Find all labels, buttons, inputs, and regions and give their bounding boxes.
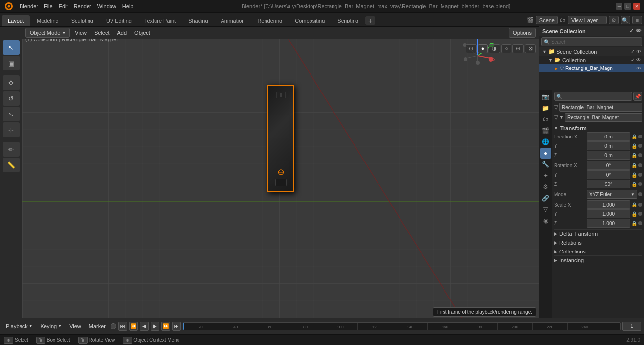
outliner-search[interactable]: 🔍 Search [539, 36, 644, 47]
menu-file[interactable]: File [41, 2, 56, 10]
location-y-lock-icon[interactable]: 🔒 [631, 143, 637, 149]
delta-transform-section[interactable]: ▶ Delta Transform [554, 229, 642, 238]
xray-toggle-button[interactable]: ⊠ [525, 44, 536, 53]
menu-render[interactable]: Render [71, 2, 94, 10]
3d-object-rectangle-bar-magnet[interactable] [267, 85, 294, 192]
workspace-tab-rendering[interactable]: Rendering [251, 15, 288, 26]
rotation-mode-select[interactable]: XYZ Euler ▼ [587, 190, 637, 199]
transform-tool-button[interactable]: ⊹ [3, 122, 20, 137]
scene-collection-eye-icon[interactable]: 👁 [636, 49, 641, 54]
timeline-marker-button[interactable]: Marker [86, 323, 109, 330]
keying-menu-button[interactable]: Keying ▼ [38, 323, 65, 330]
viewlayer-properties-icon[interactable]: 🗂 [540, 114, 551, 125]
menu-edit[interactable]: Edit [56, 2, 71, 10]
scene-select[interactable]: Scene [536, 16, 558, 24]
object-menu-button[interactable]: Object [132, 28, 153, 38]
output-properties-icon[interactable]: 📁 [540, 103, 551, 114]
object-properties-icon[interactable]: ● [540, 148, 551, 159]
menu-window[interactable]: Window [94, 2, 119, 10]
box-select-button[interactable]: ▣ [3, 56, 20, 70]
view-menu-button[interactable]: View [72, 28, 89, 38]
viewport[interactable]: User Perspective (1) Collection | Rectan… [22, 26, 539, 318]
move-tool-button[interactable]: ✥ [3, 75, 20, 90]
outliner-item-collection[interactable]: ▼ 📂 Collection ✓ 👁 [539, 56, 644, 64]
data-properties-icon[interactable]: ▽ [540, 204, 551, 215]
rotation-y-dot-icon[interactable] [638, 173, 642, 177]
select-menu-button[interactable]: Select [91, 28, 112, 38]
jump-start-button[interactable]: ⏮ [118, 322, 127, 331]
current-frame-field[interactable]: 1 [622, 322, 641, 331]
scene-collection-check-icon[interactable]: ✓ [631, 49, 635, 54]
render-properties-icon[interactable]: 📷 [540, 92, 551, 102]
location-y-field[interactable]: 0 m [587, 141, 630, 150]
wireframe-mode-button[interactable]: ⊙ [466, 44, 477, 53]
scale-x-lock-icon[interactable]: 🔒 [631, 202, 637, 207]
keyframe-dot-button[interactable] [111, 323, 116, 329]
jump-end-button[interactable]: ⏭ [172, 322, 181, 331]
world-properties-icon[interactable]: 🌐 [540, 137, 551, 147]
transform-section-header[interactable]: ▼ Transform [554, 124, 642, 132]
mode-dot-icon[interactable] [638, 192, 642, 196]
object-eye-icon[interactable]: 👁 [636, 66, 641, 71]
rotation-z-dot-icon[interactable] [638, 182, 642, 186]
location-x-dot-icon[interactable] [638, 135, 642, 138]
current-frame-indicator[interactable] [183, 323, 184, 330]
menu-help[interactable]: Help [119, 2, 136, 10]
scale-y-lock-icon[interactable]: 🔒 [631, 211, 637, 217]
workspace-tab-compositing[interactable]: Compositing [289, 15, 331, 26]
instancing-section[interactable]: ▶ Instancing [554, 255, 642, 264]
collection-eye-icon[interactable]: 👁 [636, 57, 641, 63]
collection-check-icon[interactable]: ✓ [631, 57, 635, 63]
rotation-z-lock-icon[interactable]: 🔒 [631, 182, 637, 187]
add-menu-button[interactable]: Add [114, 28, 130, 38]
rotation-x-field[interactable]: 0° [587, 161, 630, 170]
jump-prev-button[interactable]: ⏪ [129, 322, 138, 331]
location-z-field[interactable]: 0 m [587, 151, 630, 160]
workspace-tab-layout[interactable]: Layout [2, 15, 30, 26]
workspace-tab-sculpting[interactable]: Sculpting [66, 15, 99, 26]
viewlayer-select[interactable]: View Layer [568, 16, 607, 24]
location-x-field[interactable]: 0 m [587, 132, 630, 141]
scale-z-lock-icon[interactable]: 🔒 [631, 221, 637, 226]
scale-x-dot-icon[interactable] [638, 203, 642, 207]
timeline-track[interactable]: 20 40 60 80 100 120 140 160 180 200 220 … [183, 322, 621, 330]
scale-y-field[interactable]: 1.000 [587, 209, 630, 218]
rotation-x-dot-icon[interactable] [638, 163, 642, 167]
scale-z-field[interactable]: 1.000 [587, 219, 630, 228]
render-settings-icon[interactable]: ⚙ [609, 16, 619, 24]
rotation-y-field[interactable]: 0° [587, 170, 630, 179]
play-button[interactable]: ▶ [151, 322, 159, 331]
constraints-properties-icon[interactable]: 🔗 [540, 193, 551, 204]
minimize-button[interactable]: ─ [616, 3, 622, 10]
workspace-tab-modeling[interactable]: Modeling [31, 15, 65, 26]
scale-y-dot-icon[interactable] [638, 212, 642, 216]
workspace-tab-uv-editing[interactable]: UV Editing [100, 15, 137, 26]
workspace-tab-add[interactable]: + [365, 16, 375, 25]
collections-section[interactable]: ▶ Collections [554, 247, 642, 255]
timeline-view-button[interactable]: View [67, 323, 84, 330]
particles-properties-icon[interactable]: ✦ [540, 170, 551, 181]
close-button[interactable]: ✕ [633, 3, 640, 10]
location-x-lock-icon[interactable]: 🔒 [631, 134, 637, 139]
rotate-tool-button[interactable]: ↺ [3, 91, 20, 106]
measure-tool-button[interactable]: 📏 [3, 158, 20, 172]
annotate-tool-button[interactable]: ✏ [3, 142, 20, 157]
workspace-tab-animation[interactable]: Animation [215, 15, 251, 26]
location-z-dot-icon[interactable] [638, 153, 642, 157]
scale-z-dot-icon[interactable] [638, 221, 642, 225]
outliner-item-scene-collection[interactable]: ▼ 📁 Scene Collection ✓ 👁 [539, 47, 644, 56]
overlay-toggle-button[interactable]: ⊛ [512, 44, 524, 53]
scale-x-field[interactable]: 1.000 [587, 200, 630, 209]
outliner-eye-icon[interactable]: 👁 [636, 28, 641, 34]
scene-properties-icon[interactable]: 🎬 [540, 125, 551, 136]
jump-next-button[interactable]: ⏩ [161, 322, 170, 331]
physics-properties-icon[interactable]: ⚙ [540, 182, 551, 192]
rotation-y-lock-icon[interactable]: 🔒 [631, 172, 637, 178]
workspace-tab-texture-paint[interactable]: Texture Paint [138, 15, 181, 26]
maximize-button[interactable]: □ [624, 3, 631, 10]
object-mode-button[interactable]: Object Mode ▼ [25, 28, 70, 38]
pin-button[interactable]: 📌 [633, 92, 642, 101]
object-name-field[interactable]: Rectangle_Bar_Magnet [559, 103, 642, 112]
select-tool-button[interactable]: ↖ [3, 40, 20, 55]
object-data-name-field[interactable]: Rectangle_Bar_Magnet [565, 113, 642, 122]
